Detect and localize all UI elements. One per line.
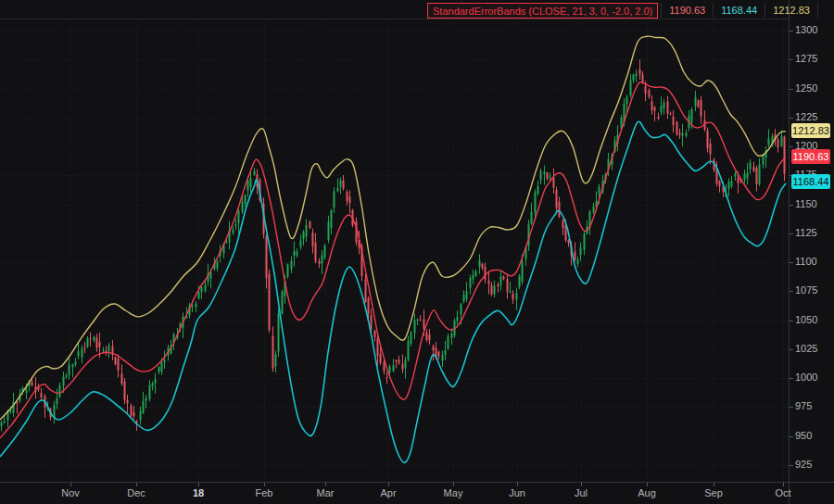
time-tick-label: Feb <box>256 487 273 498</box>
indicator-title[interactable]: StandardErrorBands (CLOSE, 21, 3, 0, -2.… <box>427 3 658 19</box>
price-tick-label: 1250 <box>795 82 817 94</box>
time-axis[interactable]: NovDec18FebMarAprMayJunJulAugSepOct <box>0 483 789 504</box>
price-tick-label: 1075 <box>795 284 817 296</box>
chart-window: StandardErrorBands (CLOSE, 21, 3, 0, -2.… <box>0 0 834 504</box>
time-tick-label: Aug <box>638 487 656 498</box>
price-tick-label: 1225 <box>795 111 817 122</box>
price-badge: 1168.44 <box>791 174 830 189</box>
indicator-value-1: 1168.44 <box>714 3 765 18</box>
price-badge: 1190.63 <box>791 149 830 164</box>
time-tick-label: 18 <box>193 487 204 498</box>
price-axis[interactable]: 1300127512501225120011751150112511001075… <box>790 0 834 482</box>
time-tick-label: Mar <box>317 487 335 498</box>
chart-background <box>0 0 834 504</box>
price-tick-label: 925 <box>795 459 812 470</box>
time-tick-label: Nov <box>61 487 80 498</box>
time-tick-label: Dec <box>127 487 145 498</box>
price-tick-label: 1125 <box>795 227 817 238</box>
price-tick-label: 1150 <box>795 198 817 209</box>
time-tick-label: Oct <box>775 487 790 498</box>
price-tick-label: 950 <box>795 430 812 441</box>
time-tick-label: Sep <box>704 487 723 498</box>
indicator-legend: StandardErrorBands (CLOSE, 21, 3, 0, -2.… <box>427 2 818 19</box>
price-tick-label: 975 <box>795 400 812 411</box>
price-badge: 1212.83 <box>791 123 830 138</box>
indicator-value-0: 1190.63 <box>661 3 714 18</box>
price-tick-label: 1050 <box>795 314 817 325</box>
time-tick-label: May <box>444 487 463 498</box>
time-tick-label: Apr <box>380 487 396 498</box>
price-tick-label: 1000 <box>795 372 817 383</box>
price-tick-label: 1275 <box>795 53 817 64</box>
price-tick-label: 1300 <box>795 24 817 35</box>
time-tick-label: Jul <box>575 487 588 498</box>
price-tick-label: 1025 <box>795 343 817 354</box>
price-tick-label: 1100 <box>795 256 817 267</box>
chart-canvas[interactable] <box>0 0 834 504</box>
time-tick-label: Jun <box>509 487 525 498</box>
